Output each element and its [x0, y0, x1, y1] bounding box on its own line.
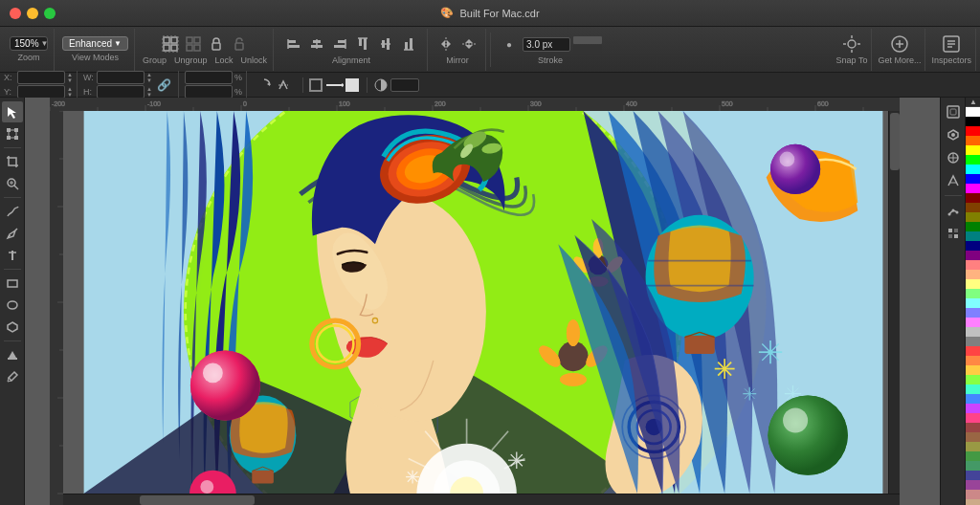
- palette-color-swatch[interactable]: [966, 356, 980, 365]
- align-right-button[interactable]: [329, 33, 350, 55]
- palette-color-swatch[interactable]: [966, 461, 980, 471]
- palette-scroll-up[interactable]: ▲: [966, 98, 980, 107]
- palette-color-swatch[interactable]: [966, 231, 980, 241]
- h-scrollbar[interactable]: [63, 494, 900, 505]
- lock-aspect-icon[interactable]: 🔗: [157, 78, 171, 92]
- mirror-v-button[interactable]: [458, 33, 479, 55]
- h-stepper[interactable]: ▲ ▼: [146, 86, 152, 98]
- rotation-icon[interactable]: [256, 77, 272, 93]
- palette-color-swatch[interactable]: [966, 404, 980, 413]
- group-button[interactable]: [160, 33, 181, 55]
- zoom-tool[interactable]: [2, 173, 23, 194]
- palette-color-swatch[interactable]: [966, 193, 980, 203]
- y-stepper[interactable]: ▲ ▼: [67, 86, 73, 98]
- inspectors-icon[interactable]: [941, 33, 962, 55]
- palette-color-swatch[interactable]: [966, 222, 980, 231]
- palette-color-swatch[interactable]: [966, 423, 980, 432]
- palette-color-swatch[interactable]: [966, 490, 980, 499]
- h-input[interactable]: 0.0: [97, 85, 145, 99]
- palette-color-swatch[interactable]: [966, 384, 980, 394]
- w-input[interactable]: 0.0: [97, 71, 145, 84]
- palette-color-swatch[interactable]: [966, 136, 980, 145]
- get-more-icon[interactable]: [889, 33, 910, 55]
- x-stepper[interactable]: ▲ ▼: [67, 72, 73, 83]
- right-tool-5[interactable]: [943, 200, 964, 221]
- palette-color-swatch[interactable]: [966, 251, 980, 260]
- node-tool[interactable]: [2, 123, 23, 144]
- fill-color-indicator[interactable]: [345, 78, 359, 92]
- palette-color-swatch[interactable]: [966, 126, 980, 136]
- palette-color-swatch[interactable]: [966, 270, 980, 279]
- right-tool-2[interactable]: [943, 124, 964, 145]
- unlock-button[interactable]: [229, 33, 250, 55]
- stroke-width-input[interactable]: 3.0 px: [523, 37, 570, 52]
- palette-color-swatch[interactable]: [966, 107, 980, 117]
- palette-color-swatch[interactable]: [966, 298, 980, 308]
- palette-color-swatch[interactable]: [966, 480, 980, 490]
- align-center-button[interactable]: [306, 33, 327, 55]
- rect-tool[interactable]: [2, 273, 23, 294]
- palette-color-swatch[interactable]: [966, 260, 980, 270]
- palette-color-swatch[interactable]: [966, 212, 980, 222]
- stroke-color-indicator[interactable]: [309, 78, 323, 92]
- align-middle-button[interactable]: [375, 33, 396, 55]
- canvas-area[interactable]: -200 -100 0 100 200 300 400 500: [25, 98, 940, 505]
- scale-y-input[interactable]: 100.0: [185, 85, 233, 99]
- palette-color-swatch[interactable]: [966, 375, 980, 384]
- stroke-end-selector[interactable]: [573, 45, 602, 53]
- palette-color-swatch[interactable]: [966, 442, 980, 451]
- palette-color-swatch[interactable]: [966, 413, 980, 423]
- crop-tool[interactable]: [2, 151, 23, 172]
- skew-icon[interactable]: [276, 77, 291, 93]
- palette-color-swatch[interactable]: [966, 241, 980, 251]
- close-button[interactable]: [10, 8, 21, 19]
- scale-x-input[interactable]: 100.0: [185, 71, 233, 84]
- palette-color-swatch[interactable]: [966, 203, 980, 212]
- opacity-input[interactable]: 50: [390, 78, 419, 92]
- maximize-button[interactable]: [44, 8, 56, 19]
- view-modes-button[interactable]: Enhanced ▼: [62, 36, 128, 51]
- palette-color-swatch[interactable]: [966, 365, 980, 375]
- palette-color-swatch[interactable]: [966, 346, 980, 356]
- zoom-display[interactable]: 150% ▼: [10, 36, 48, 51]
- w-stepper[interactable]: ▲ ▼: [146, 72, 152, 83]
- palette-color-swatch[interactable]: [966, 145, 980, 155]
- polygon-tool[interactable]: [2, 317, 23, 338]
- eyedropper-tool[interactable]: [2, 366, 23, 387]
- palette-color-swatch[interactable]: [966, 165, 980, 174]
- right-tool-3[interactable]: [943, 147, 964, 168]
- palette-color-swatch[interactable]: [966, 279, 980, 289]
- lock-button[interactable]: [206, 33, 227, 55]
- palette-color-swatch[interactable]: [966, 394, 980, 404]
- palette-color-swatch[interactable]: [966, 174, 980, 184]
- right-tool-6[interactable]: [943, 223, 964, 244]
- palette-color-swatch[interactable]: [966, 117, 980, 126]
- right-tool-1[interactable]: [943, 101, 964, 122]
- artwork-container[interactable]: [25, 98, 940, 505]
- x-input[interactable]: 298.535: [17, 71, 65, 84]
- right-tool-4[interactable]: [943, 170, 964, 191]
- palette-color-swatch[interactable]: [966, 155, 980, 165]
- palette-color-swatch[interactable]: [966, 289, 980, 298]
- pen-tool[interactable]: [2, 223, 23, 244]
- snap-to-icon[interactable]: [841, 33, 862, 55]
- palette-color-swatch[interactable]: [966, 327, 980, 337]
- align-left-button[interactable]: [283, 33, 304, 55]
- y-input[interactable]: 205.655: [17, 85, 65, 99]
- ungroup-button[interactable]: [183, 33, 204, 55]
- palette-color-swatch[interactable]: [966, 184, 980, 193]
- ellipse-tool[interactable]: [2, 295, 23, 316]
- stroke-thickness-selector[interactable]: [324, 77, 344, 93]
- palette-color-swatch[interactable]: [966, 318, 980, 327]
- text-tool[interactable]: [2, 245, 23, 266]
- v-scrollbar[interactable]: [888, 111, 900, 494]
- palette-color-swatch[interactable]: [966, 432, 980, 442]
- v-scroll-thumb[interactable]: [890, 113, 900, 170]
- palette-color-swatch[interactable]: [966, 337, 980, 346]
- palette-color-swatch[interactable]: [966, 308, 980, 318]
- palette-color-swatch[interactable]: [966, 451, 980, 461]
- freehand-tool[interactable]: [2, 201, 23, 222]
- select-tool[interactable]: [2, 101, 23, 122]
- artwork-canvas[interactable]: [38, 111, 928, 494]
- align-top-button[interactable]: [352, 33, 373, 55]
